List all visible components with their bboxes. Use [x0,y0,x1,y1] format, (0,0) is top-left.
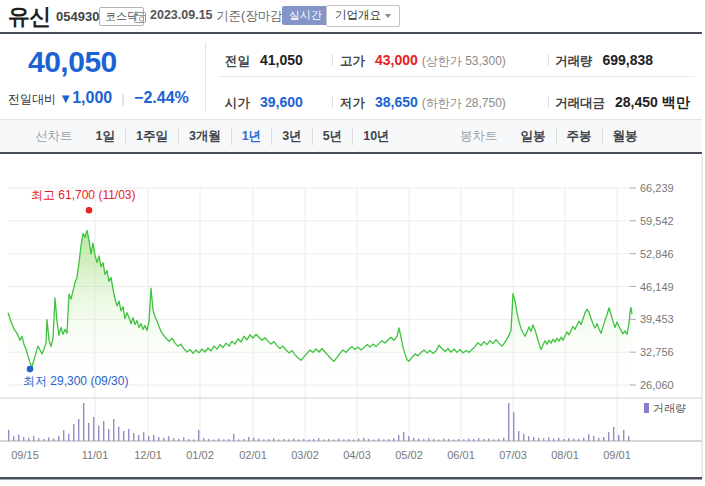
svg-text:04/03: 04/03 [343,449,371,461]
tabbar-bottom-rule [0,152,702,154]
page-title: 유신 [8,2,50,32]
change-label: 전일대비 [8,92,56,106]
change-percent: −2.44% [134,89,189,106]
line-chart-group-label: 선차트 [35,128,73,145]
summary-volume: 거래량699,838 [555,52,653,70]
svg-text:52,846: 52,846 [640,248,674,260]
summary-prev-close: 전일41,050 [225,52,303,70]
svg-text:46,149: 46,149 [640,281,674,293]
svg-text:09/01: 09/01 [603,449,631,461]
base-date: 2023.09.15 [150,8,213,22]
chevron-down-icon [385,14,391,18]
svg-text:32,756: 32,756 [640,346,674,358]
svg-text:06/01: 06/01 [447,449,475,461]
tab-weekly-candle[interactable]: 주봉 [556,128,602,145]
svg-text:66,239: 66,239 [640,182,674,194]
tab-1week[interactable]: 1주일 [125,128,178,145]
price-change-row: 전일대비 ▼1,000 | −2.44% [8,89,189,108]
line-chart-tab-group: 선차트 1일 1주일 3개월 1년 3년 5년 10년 [35,128,400,145]
tab-1year-selected[interactable]: 1년 [231,128,271,145]
tab-10year[interactable]: 10년 [352,128,399,145]
calendar-icon [134,9,146,27]
tab-5year[interactable]: 5년 [312,128,352,145]
high-annotation: 최고 61,700 (11/03) [31,187,136,204]
price-summary-divider [205,42,206,112]
svg-text:03/02: 03/02 [291,449,319,461]
base-date-suffix: 기준(장마감) [216,8,287,25]
summary-trade-amount: 거래대금28,450 백만 [555,94,690,112]
svg-text:11/01: 11/01 [82,449,109,461]
price-chart-area: 09/1511/0112/0101/0202/0103/0204/0305/02… [0,155,705,486]
change-value: 1,000 [72,89,112,106]
current-price: 40,050 [28,45,117,79]
svg-text:01/02: 01/02 [186,449,214,461]
svg-text:12/01: 12/01 [134,449,162,461]
stock-code: 054930 [56,9,99,24]
down-arrow-icon: ▼ [59,91,72,106]
summary-high: 고가43,000(상한가 53,300) [340,52,506,70]
svg-text:05/02: 05/02 [395,449,423,461]
realtime-toggle-badge[interactable]: 실시간 [282,6,329,25]
section-divider-top [0,32,702,34]
svg-text:26,060: 26,060 [640,379,674,391]
tab-monthly-candle[interactable]: 월봉 [602,128,648,145]
svg-text:07/03: 07/03 [499,449,527,461]
summary-low: 저가38,650(하한가 28,750) [340,94,506,112]
tab-1day[interactable]: 1일 [86,128,125,145]
tab-3year[interactable]: 3년 [271,128,311,145]
company-overview-button[interactable]: 기업개요 [326,5,400,27]
low-annotation: 최저 29,300 (09/30) [23,373,128,390]
tab-3month[interactable]: 3개월 [178,128,231,145]
volume-legend: 거래량 [644,401,686,416]
stock-chart-page: 유신 054930 코스닥 2023.09.15 기준(장마감) 실시간 기업개… [0,0,705,486]
volume-legend-label: 거래량 [653,402,686,414]
summary-open: 시가39,600 [225,94,303,112]
svg-text:02/01: 02/01 [239,449,267,461]
tab-daily-candle[interactable]: 일봉 [511,128,556,145]
svg-text:08/01: 08/01 [551,449,579,461]
candle-chart-group-label: 봉차트 [460,128,498,145]
svg-text:59,542: 59,542 [640,215,674,227]
candle-chart-tab-group: 봉차트 일봉 주봉 월봉 [460,128,648,145]
chart-period-tabbar: 선차트 1일 1주일 3개월 1년 3년 5년 10년 봉차트 일봉 주봉 월봉 [0,119,702,152]
price-volume-chart: 09/1511/0112/0101/0202/0103/0204/0305/02… [0,155,705,486]
volume-legend-icon [644,403,649,413]
svg-text:09/15: 09/15 [11,449,39,461]
svg-text:39,453: 39,453 [640,313,674,325]
